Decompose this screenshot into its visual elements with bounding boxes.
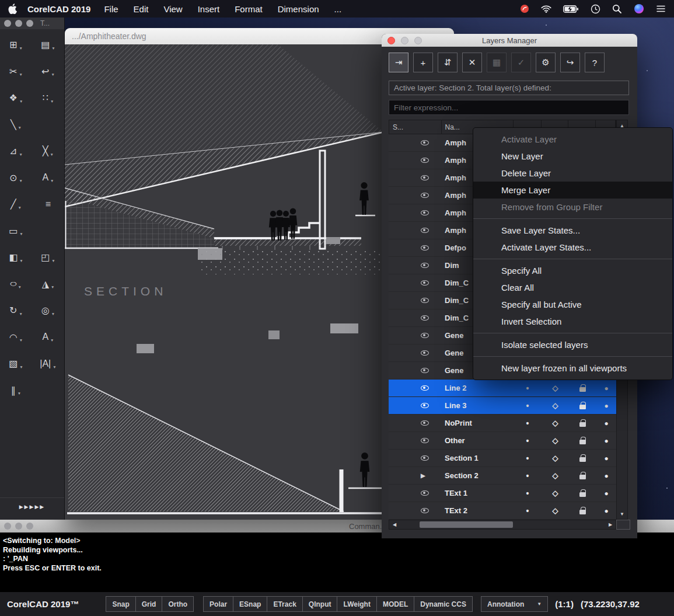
- layer-row-text-1[interactable]: TExt 1•◇●: [389, 485, 616, 502]
- annotation-tool[interactable]: A▼: [32, 172, 64, 183]
- flyout-caret-icon[interactable]: ▼: [51, 312, 55, 316]
- flyout-caret-icon[interactable]: ▼: [18, 391, 21, 395]
- layer-row-line-2[interactable]: Line 2•◇●: [389, 380, 616, 397]
- menubar-menu-dimension[interactable]: Dimension: [270, 4, 327, 14]
- context-menu-item-delete-layer[interactable]: Delete Layer: [473, 165, 672, 182]
- flyout-caret-icon[interactable]: ▼: [18, 206, 22, 210]
- layer-settings-button[interactable]: ⚙: [536, 53, 556, 72]
- layer-row-other[interactable]: Other•◇●: [389, 432, 616, 450]
- flyout-caret-icon[interactable]: ▼: [19, 338, 23, 342]
- layer-visibility-icon[interactable]: [421, 420, 429, 426]
- layer-visibility-icon[interactable]: [421, 228, 429, 233]
- layer-lock-icon[interactable]: [579, 457, 586, 462]
- apple-menu[interactable]: [8, 4, 17, 14]
- arc-tool[interactable]: ◠▼: [0, 332, 32, 343]
- status-toggle-grid[interactable]: Grid: [136, 597, 163, 611]
- status-toggle-lweight[interactable]: LWeight: [337, 597, 376, 611]
- layer-print-icon[interactable]: ●: [604, 437, 608, 445]
- flyout-caret-icon[interactable]: ▼: [19, 259, 23, 263]
- layer-visibility-icon[interactable]: [421, 140, 429, 145]
- active-layer-arrow-icon[interactable]: ▶: [421, 472, 425, 479]
- minimize-window-button[interactable]: [15, 20, 22, 27]
- layer-visibility-icon[interactable]: [421, 158, 429, 163]
- context-menu-item-new-layer[interactable]: New Layer: [473, 148, 672, 165]
- image-tool[interactable]: ▧▼: [0, 358, 32, 369]
- layer-lock-icon[interactable]: [579, 422, 586, 427]
- menubar-menu-format[interactable]: Format: [227, 4, 270, 14]
- context-menu-item-specify-all[interactable]: Specify All: [473, 262, 672, 279]
- context-menu-item-specify-all-but-active[interactable]: Specify all but Active: [473, 296, 672, 313]
- resize-grip[interactable]: [616, 520, 630, 530]
- layer-frozen-icon[interactable]: ◇: [553, 489, 558, 497]
- rotate-tool[interactable]: ↻▼: [0, 305, 32, 316]
- flyout-caret-icon[interactable]: ▼: [51, 259, 55, 263]
- line-tool[interactable]: ╲▼: [0, 119, 32, 130]
- layer-frozen-icon[interactable]: ◇: [553, 506, 558, 515]
- trim-tool[interactable]: ╱▼: [0, 199, 32, 210]
- pyramid-tool[interactable]: ◮▼: [32, 279, 64, 290]
- horizontal-scrollbar[interactable]: ◀ ▶: [389, 520, 616, 530]
- layer-color-icon[interactable]: •: [526, 436, 529, 446]
- layer-visibility-icon[interactable]: [421, 315, 429, 321]
- tool-palette-titlebar[interactable]: T...: [0, 18, 64, 29]
- layer-color-icon[interactable]: •: [526, 471, 529, 481]
- horizontal-scrollbar-thumb[interactable]: [420, 521, 513, 528]
- menubar-app-name[interactable]: CorelCAD 2019: [27, 4, 90, 14]
- flyout-caret-icon[interactable]: ▼: [51, 72, 54, 76]
- ellipse-tool[interactable]: ○▼: [0, 279, 32, 289]
- flyout-caret-icon[interactable]: ▼: [53, 365, 56, 369]
- flyout-caret-icon[interactable]: ▼: [50, 99, 54, 103]
- status-toggle-ortho[interactable]: Ortho: [162, 597, 193, 611]
- layer-visibility-icon[interactable]: [421, 385, 429, 391]
- flyout-caret-icon[interactable]: ▼: [18, 285, 22, 289]
- status-toggle-qinput[interactable]: QInput: [303, 597, 338, 611]
- annotation-scale-dropdown[interactable]: Annotation ▼: [481, 597, 547, 611]
- layer-visibility-icon[interactable]: [421, 438, 429, 443]
- layer-visibility-icon[interactable]: [421, 263, 429, 268]
- search-icon[interactable]: [612, 4, 622, 14]
- insert-block-tool[interactable]: ⊞▼: [0, 39, 32, 50]
- wifi-icon[interactable]: [541, 5, 551, 13]
- layer-lock-icon[interactable]: [579, 440, 586, 444]
- layer-print-icon[interactable]: ●: [604, 384, 608, 392]
- status-toggle-dynamic-ccs[interactable]: Dynamic CCS: [414, 597, 472, 611]
- layer-visibility-icon[interactable]: [421, 490, 429, 496]
- layer-row-section-1[interactable]: Section 1•◇●: [389, 450, 616, 467]
- layer-frozen-icon[interactable]: ◇: [553, 471, 558, 480]
- toolbar-expand-button[interactable]: ▶▶▶▶▶: [0, 497, 64, 515]
- scroll-down-icon[interactable]: ▼: [617, 509, 627, 519]
- flyout-caret-icon[interactable]: ▼: [19, 72, 22, 76]
- context-menu-item-save-layer-states[interactable]: Save Layer States...: [473, 222, 672, 239]
- layer-print-icon[interactable]: ●: [604, 507, 608, 515]
- layer-frozen-icon[interactable]: ◇: [553, 436, 558, 445]
- text-style-tool[interactable]: A▼: [32, 332, 64, 342]
- siri-icon[interactable]: [634, 4, 644, 14]
- context-menu-item-isolate-selected-layers[interactable]: Isolate selected layers: [473, 336, 672, 353]
- sort-layers-button[interactable]: ⇵: [438, 53, 458, 72]
- flyout-caret-icon[interactable]: ▼: [19, 46, 22, 50]
- context-menu-item-activate-layer-states[interactable]: Activate Layer States...: [473, 239, 672, 256]
- scroll-left-icon[interactable]: ◀: [389, 520, 400, 529]
- menubar-menu-view[interactable]: View: [156, 4, 190, 14]
- layer-visibility-icon[interactable]: [421, 175, 429, 180]
- layer-color-icon[interactable]: •: [526, 419, 529, 428]
- layer-lock-icon[interactable]: [579, 510, 586, 514]
- layer-export-button[interactable]: ↪: [560, 53, 580, 72]
- solid-tool[interactable]: ◰▼: [32, 252, 64, 263]
- layer-lock-icon[interactable]: [579, 492, 586, 497]
- status-toggle-etrack[interactable]: ETrack: [267, 597, 302, 611]
- layer-color-icon[interactable]: •: [526, 401, 529, 410]
- undo-tool[interactable]: ↩▼: [32, 66, 64, 77]
- flyout-caret-icon[interactable]: ▼: [19, 365, 23, 369]
- layer-print-icon[interactable]: ●: [604, 402, 608, 410]
- layer-visibility-icon[interactable]: [421, 368, 429, 373]
- flyout-caret-icon[interactable]: ▼: [19, 232, 23, 236]
- flyout-caret-icon[interactable]: ▼: [19, 99, 23, 103]
- layer-visibility-icon[interactable]: [421, 193, 429, 198]
- flyout-caret-icon[interactable]: ▼: [19, 152, 22, 156]
- red-app-icon[interactable]: [520, 4, 529, 13]
- layer-frozen-icon[interactable]: ◇: [553, 419, 558, 427]
- status-toggle-model[interactable]: MODEL: [377, 597, 414, 611]
- menubar-menu-edit[interactable]: Edit: [126, 4, 156, 14]
- layer-lock-icon[interactable]: [579, 387, 586, 392]
